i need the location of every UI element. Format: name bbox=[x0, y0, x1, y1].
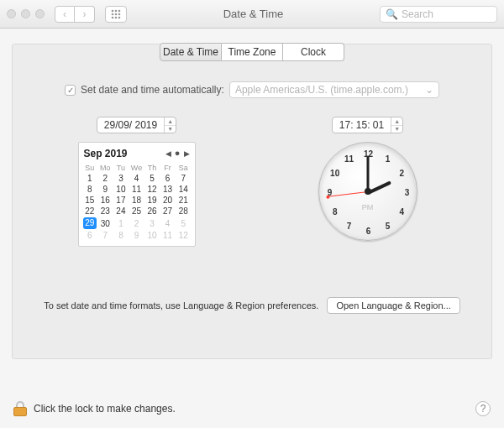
time-stepper[interactable]: 17: 15: 01 ▲▼ bbox=[332, 117, 403, 133]
calendar-day[interactable]: 2 bbox=[97, 173, 113, 184]
calendar-day[interactable]: 11 bbox=[160, 230, 176, 241]
search-input[interactable]: 🔍 Search bbox=[380, 6, 497, 23]
calendar-day[interactable]: 5 bbox=[176, 217, 192, 230]
clock-number: 8 bbox=[333, 207, 338, 217]
calendar-day[interactable]: 6 bbox=[82, 230, 98, 241]
calendar-day[interactable]: 4 bbox=[160, 217, 176, 230]
second-hand bbox=[328, 191, 368, 197]
preferences-panel: Date & Time Time Zone Clock ✓ Set date a… bbox=[12, 44, 492, 359]
grid-icon bbox=[111, 9, 121, 19]
clock-number: 3 bbox=[405, 188, 410, 197]
svg-point-5 bbox=[118, 13, 121, 15]
calendar-day[interactable]: 30 bbox=[97, 217, 113, 230]
date-stepper[interactable]: 29/09/ 2019 ▲▼ bbox=[97, 117, 176, 133]
calendar-day[interactable]: 15 bbox=[82, 195, 98, 206]
zoom-dot[interactable] bbox=[35, 9, 45, 18]
calendar-day[interactable]: 12 bbox=[176, 230, 192, 241]
svg-point-4 bbox=[115, 13, 118, 15]
close-dot[interactable] bbox=[7, 9, 16, 18]
show-all-button[interactable] bbox=[105, 6, 127, 23]
chevron-up-icon: ▲ bbox=[165, 117, 176, 126]
stepper-arrows[interactable]: ▲▼ bbox=[164, 117, 176, 133]
calendar-day[interactable]: 21 bbox=[176, 195, 192, 206]
calendar-day[interactable]: 10 bbox=[113, 184, 129, 195]
lock-bar: Click the lock to make changes. ? bbox=[0, 389, 504, 428]
lock-icon[interactable] bbox=[13, 401, 27, 416]
calendar[interactable]: Sep 2019 ◀ ● ▶ SuMoTuWeThFrSa 1234567891… bbox=[78, 142, 196, 247]
format-row: To set date and time formats, use Langua… bbox=[29, 297, 475, 314]
nav-buttons: ‹ › bbox=[55, 6, 95, 23]
calendar-day[interactable]: 25 bbox=[129, 206, 144, 217]
forward-button[interactable]: › bbox=[75, 6, 95, 23]
svg-point-2 bbox=[118, 9, 121, 12]
calendar-day[interactable]: 12 bbox=[144, 184, 160, 195]
cal-today-icon[interactable]: ● bbox=[175, 149, 181, 158]
calendar-day[interactable]: 14 bbox=[176, 184, 192, 195]
calendar-grid: SuMoTuWeThFrSa 1234567891011121314151617… bbox=[82, 163, 192, 241]
clock-number: 7 bbox=[347, 221, 352, 230]
calendar-day[interactable]: 3 bbox=[113, 173, 129, 184]
calendar-day[interactable]: 11 bbox=[129, 184, 144, 195]
calendar-day[interactable]: 16 bbox=[97, 195, 113, 206]
calendar-day[interactable]: 19 bbox=[144, 195, 160, 206]
clock-number: 2 bbox=[400, 169, 405, 178]
calendar-day[interactable]: 1 bbox=[82, 173, 98, 184]
cal-next-icon[interactable]: ▶ bbox=[184, 149, 190, 158]
calendar-day[interactable]: 2 bbox=[129, 217, 144, 230]
calendar-day[interactable]: 22 bbox=[82, 206, 98, 217]
svg-point-6 bbox=[112, 16, 114, 18]
time-server-value: Apple Americas/U.S. (time.apple.com.) bbox=[235, 84, 408, 96]
stepper-arrows[interactable]: ▲▼ bbox=[391, 117, 402, 133]
calendar-day[interactable]: 9 bbox=[129, 230, 144, 241]
calendar-day[interactable]: 1 bbox=[113, 217, 129, 230]
time-server-combo[interactable]: Apple Americas/U.S. (time.apple.com.) ⌄ bbox=[229, 81, 439, 98]
calendar-day[interactable]: 5 bbox=[144, 173, 160, 184]
calendar-day[interactable]: 23 bbox=[97, 206, 113, 217]
calendar-day[interactable]: 24 bbox=[113, 206, 129, 217]
clock-number: 11 bbox=[344, 154, 354, 164]
window-title: Date & Time bbox=[132, 8, 375, 20]
calendar-day[interactable]: 18 bbox=[129, 195, 144, 206]
calendar-day[interactable]: 28 bbox=[176, 206, 192, 217]
back-button[interactable]: ‹ bbox=[55, 6, 75, 23]
date-stepper-value: 29/09/ 2019 bbox=[97, 117, 164, 133]
calendar-day[interactable]: 17 bbox=[113, 195, 129, 206]
calendar-day[interactable]: 13 bbox=[160, 184, 176, 195]
analog-clock: PM 121234567891011 bbox=[318, 142, 417, 241]
tab-time-zone[interactable]: Time Zone bbox=[222, 43, 283, 61]
segmented-tabs: Date & Time Time Zone Clock bbox=[160, 43, 344, 61]
calendar-day[interactable]: 4 bbox=[129, 173, 144, 184]
minimize-dot[interactable] bbox=[21, 9, 30, 18]
calendar-dow: Mo bbox=[97, 163, 113, 173]
tab-date-time[interactable]: Date & Time bbox=[160, 43, 222, 61]
chevron-up-icon: ▲ bbox=[391, 117, 402, 126]
lock-text: Click the lock to make changes. bbox=[34, 403, 176, 415]
calendar-day[interactable]: 9 bbox=[97, 184, 113, 195]
calendar-day[interactable]: 10 bbox=[144, 230, 160, 241]
calendar-day[interactable]: 6 bbox=[160, 173, 176, 184]
format-note: To set date and time formats, use Langua… bbox=[44, 300, 318, 311]
calendar-day[interactable]: 8 bbox=[113, 230, 129, 241]
calendar-day[interactable]: 3 bbox=[144, 217, 160, 230]
tab-clock[interactable]: Clock bbox=[283, 43, 344, 61]
auto-label: Set date and time automatically: bbox=[81, 84, 224, 96]
calendar-day[interactable]: 29 bbox=[82, 217, 98, 230]
clock-number: 6 bbox=[366, 227, 371, 236]
minute-hand bbox=[366, 156, 369, 193]
help-button[interactable]: ? bbox=[475, 401, 491, 416]
calendar-day[interactable]: 7 bbox=[97, 230, 113, 241]
calendar-day[interactable]: 26 bbox=[144, 206, 160, 217]
cal-prev-icon[interactable]: ◀ bbox=[165, 149, 171, 158]
calendar-day[interactable]: 8 bbox=[82, 184, 98, 195]
calendar-day[interactable]: 20 bbox=[160, 195, 176, 206]
calendar-dow: Tu bbox=[113, 163, 129, 173]
auto-checkbox[interactable]: ✓ bbox=[65, 85, 76, 96]
auto-row: ✓ Set date and time automatically: Apple… bbox=[29, 81, 475, 98]
clock-number: 4 bbox=[400, 207, 405, 217]
svg-point-7 bbox=[115, 16, 118, 18]
calendar-day[interactable]: 27 bbox=[160, 206, 176, 217]
clock-number: 10 bbox=[330, 169, 339, 178]
open-language-region-button[interactable]: Open Language & Region... bbox=[327, 297, 459, 314]
calendar-day[interactable]: 7 bbox=[176, 173, 192, 184]
time-stepper-value: 17: 15: 01 bbox=[333, 117, 391, 133]
